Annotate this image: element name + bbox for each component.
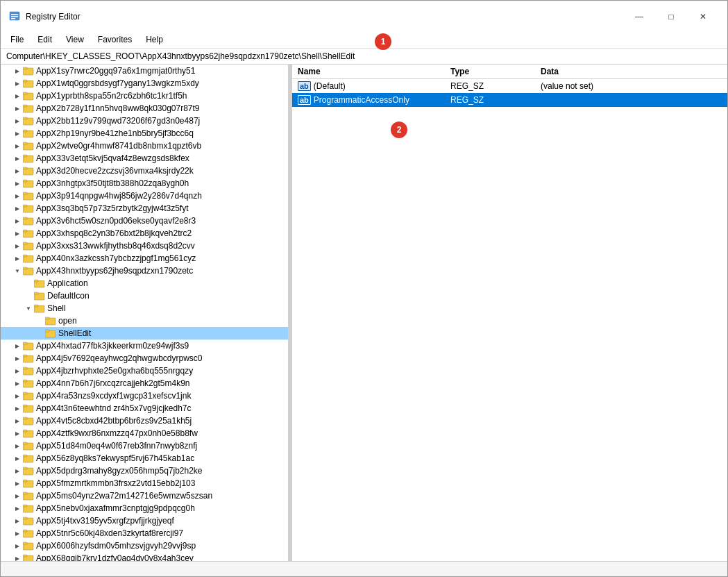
svg-rect-69 bbox=[23, 467, 27, 469]
tree-item-label: ShellEdit bbox=[58, 328, 91, 338]
menu-item-view[interactable]: View bbox=[59, 33, 91, 47]
tree-item[interactable]: AppX56z8yq8ks7ekwyspf5rvj67h45kab1ac bbox=[1, 452, 288, 465]
tree-item[interactable]: AppX3xhspq8c2yn3b76bxt2b8jkqveh2trc2 bbox=[1, 227, 288, 240]
address-bar[interactable]: Computer\HKEY_CLASSES_ROOT\AppX43hnxtbyy… bbox=[1, 49, 727, 65]
tree-item[interactable]: DefaultIcon bbox=[1, 290, 288, 302]
svg-rect-21 bbox=[23, 167, 27, 169]
folder-icon bbox=[23, 141, 34, 151]
tree-item-label: AppX4nn7b6h7j6rxcqzrcajjehk2gt5m4k9n bbox=[36, 378, 189, 388]
svg-rect-27 bbox=[23, 205, 27, 207]
menu-item-edit[interactable]: Edit bbox=[31, 33, 59, 47]
folder-icon bbox=[23, 166, 34, 176]
svg-rect-81 bbox=[23, 542, 27, 544]
tree-item[interactable]: ShellEdit bbox=[1, 327, 288, 340]
menu-item-favorites[interactable]: Favorites bbox=[91, 33, 139, 47]
folder-icon bbox=[34, 278, 45, 288]
tree-item[interactable]: AppX40nx3azkcssh7ybcbzzjpgf1mg561cyz bbox=[1, 252, 288, 265]
folder-icon bbox=[23, 266, 34, 276]
tree-item[interactable]: AppX4j5v7692qeayhwcg2qhwgwbcdyrpwsc0 bbox=[1, 352, 288, 365]
col-data-header: Data bbox=[541, 67, 722, 76]
tree-item[interactable]: AppX5dpdrg3mahy8gyzx056hmp5q7jb2h2ke bbox=[1, 465, 288, 477]
tree-item[interactable]: AppX68qqjb7krv1dzfy0aq4dv0v8x4ah3cey bbox=[1, 552, 288, 561]
tree-item[interactable]: AppX5tj4txv3195yv5xrgfzpvfjjrkgjyeqf bbox=[1, 515, 288, 527]
right-panel: Name Type Data ab(Default)REG_SZ(value n… bbox=[292, 65, 727, 561]
tree-item-label: AppX40nx3azkcssh7ybcbzzjpgf1mg561cyz bbox=[36, 253, 196, 263]
tree-item[interactable]: AppX3nhgtpx3f50tjt8tb388h02zqa8ygh0h bbox=[1, 177, 288, 190]
registry-editor-window: Registry Editor — □ ✕ FileEditViewFavori… bbox=[0, 0, 728, 577]
tree-item[interactable]: Shell bbox=[1, 302, 288, 315]
folder-icon bbox=[23, 191, 34, 201]
tree-item-label: AppX5ms04ynz2wa72m142716e5wmzw5szsan bbox=[36, 491, 212, 501]
tree-item[interactable]: AppX3xxs313wwkfjhythsb8q46xdsq8d2cvv bbox=[1, 240, 288, 252]
folder-icon bbox=[23, 516, 34, 526]
svg-rect-39 bbox=[34, 280, 38, 282]
svg-rect-11 bbox=[23, 105, 27, 107]
maximize-button[interactable]: □ bbox=[655, 6, 687, 27]
tree-item-label: AppX3v6hct5w0szn0pd06ekse0yqavf2e8r3 bbox=[36, 216, 196, 226]
close-button[interactable]: ✕ bbox=[687, 6, 719, 27]
registry-value-data: (value not set) bbox=[541, 81, 722, 91]
tree-item[interactable]: Application bbox=[1, 277, 288, 290]
folder-icon bbox=[23, 241, 34, 251]
registry-value-row[interactable]: ab(Default)REG_SZ(value not set) bbox=[292, 79, 727, 93]
tree-item[interactable]: AppX3sq3bq57p73z5rzbytk2gyjw4t3z5fyt bbox=[1, 202, 288, 215]
folder-icon bbox=[23, 66, 34, 76]
folder-icon bbox=[23, 391, 34, 401]
tree-item[interactable]: AppX4ra53nzs9xcdyxf1wgcp31xefscv1jnk bbox=[1, 390, 288, 402]
tree-item[interactable]: AppX1sy7rwrc20ggq97a6x1mgmjat0rthy51 bbox=[1, 65, 288, 77]
tree-item-label: AppX3d20hecve2zczsvj36vmxa4ksjrdy22k bbox=[36, 166, 194, 176]
tree-item-label: AppX2wtve0gr4hmwf8741db8nbmx1qpzt6vb bbox=[36, 141, 201, 151]
registry-value-row[interactable]: abProgrammaticAccessOnlyREG_SZ bbox=[292, 93, 727, 107]
tree-item[interactable]: AppX4t3n6teewhtnd zr4h5x7vg9jcjkedh7c bbox=[1, 402, 288, 415]
tree-item[interactable]: AppX2b728y1f1nn5hvq8ww8qk030g07r87t9 bbox=[1, 102, 288, 115]
tree-item-label: AppX56z8yq8ks7ekwyspf5rvj67h45kab1ac bbox=[36, 453, 194, 463]
svg-rect-9 bbox=[23, 92, 27, 94]
tree-item-label: AppX3nhgtpx3f50tjt8tb388h02zqa8ygh0h bbox=[36, 178, 189, 188]
menu-item-file[interactable]: File bbox=[3, 33, 31, 47]
tree-item[interactable]: AppX6006hzyfsdm0v5mhzsvjgvyh29vvj9sp bbox=[1, 540, 288, 552]
tree-item[interactable]: AppX5ms04ynz2wa72m142716e5wmzw5szsan bbox=[1, 490, 288, 502]
svg-rect-2 bbox=[11, 16, 18, 17]
tree-item[interactable]: AppX5tnr5c60kj48xden3zkyrtaf8rercji97 bbox=[1, 527, 288, 540]
tree-item[interactable]: AppX2bb11z9v799qwd73206f67gd3n0e487j bbox=[1, 115, 288, 127]
tree-item[interactable]: AppX51d84m0eq4w0f67reb3fnn7nwyb8znfj bbox=[1, 440, 288, 452]
menu-item-help[interactable]: Help bbox=[139, 33, 170, 47]
tree-item[interactable]: AppX4nn7b6h7j6rxcqzrcajjehk2gt5m4k9n bbox=[1, 377, 288, 390]
svg-rect-57 bbox=[23, 392, 27, 394]
tree-item[interactable]: AppX3p914qnpgw4hwj856jw2y286v7d4qnzh bbox=[1, 190, 288, 202]
tree-item[interactable]: AppX4jbzrhvphxte25e0gxha6bq555nrgqzy bbox=[1, 365, 288, 377]
folder-icon bbox=[23, 478, 34, 488]
folder-icon bbox=[23, 341, 34, 351]
tree-item[interactable]: AppX2hp19nyr9be41zhe1nb5bry5jf3bcc6q bbox=[1, 127, 288, 140]
tree-item-label: AppX4j5v7692qeayhwcg2qhwgwbcdyrpwsc0 bbox=[36, 353, 202, 363]
folder-icon bbox=[23, 528, 34, 538]
minimize-button[interactable]: — bbox=[623, 6, 655, 27]
tree-item[interactable]: AppX5nebv0xjaxafmmr3cnptgjg9pdpqcg0h bbox=[1, 502, 288, 515]
folder-icon bbox=[23, 91, 34, 101]
tree-item[interactable]: AppX33v3etqt5kvj5qvaf4z8ewzgsds8kfex bbox=[1, 152, 288, 165]
tree-item[interactable]: AppX4vt5c8cbxd42btbp6br6zs9v25a1kh5j bbox=[1, 415, 288, 427]
folder-icon bbox=[23, 441, 34, 451]
tree-item[interactable]: AppX4ztfk9wxr86nxmzzq47px0nh0e58b8fw bbox=[1, 427, 288, 440]
svg-rect-55 bbox=[23, 380, 27, 382]
tree-item-label: AppX5dpdrg3mahy8gyzx056hmp5q7jb2h2ke bbox=[36, 466, 203, 476]
tree-item[interactable]: AppX3d20hecve2zczsvj36vmxa4ksjrdy22k bbox=[1, 165, 288, 177]
tree-item-label: AppX43hnxtbyyps62jhe9sqpdzxn1790zetc bbox=[36, 266, 193, 276]
tree-item-label: AppX2hp19nyr9be41zhe1nb5bry5jf3bcc6q bbox=[36, 128, 194, 138]
reg-value-icon: ab bbox=[298, 81, 311, 91]
tree-item[interactable]: AppX4hxtad77fbk3jkkeerkrm0ze94wjf3s9 bbox=[1, 340, 288, 352]
folder-icon bbox=[23, 253, 34, 263]
svg-rect-15 bbox=[23, 130, 27, 132]
tree-item[interactable]: AppX2wtve0gr4hmwf8741db8nbmx1qpzt6vb bbox=[1, 140, 288, 152]
tree-item[interactable]: open bbox=[1, 315, 288, 327]
tree-item[interactable]: AppX1wtq0ggrsbdsygf7ygany13wgkzm5xdy bbox=[1, 77, 288, 90]
tree-item-label: AppX5nebv0xjaxafmmr3cnptgjg9pdpqcg0h bbox=[36, 503, 195, 513]
tree-panel[interactable]: AppX1sy7rwrc20ggq97a6x1mgmjat0rthy51 App… bbox=[1, 65, 289, 561]
tree-item-label: open bbox=[58, 316, 77, 326]
registry-value-name: abProgrammaticAccessOnly bbox=[298, 95, 450, 105]
tree-item[interactable]: AppX3v6hct5w0szn0pd06ekse0yqavf2e8r3 bbox=[1, 215, 288, 227]
tree-item[interactable]: AppX43hnxtbyyps62jhe9sqpdzxn1790zetc bbox=[1, 265, 288, 277]
svg-rect-35 bbox=[23, 255, 27, 257]
tree-item[interactable]: AppX5fmzmrtkmmbn3frsxz2vtd15ebb2j103 bbox=[1, 477, 288, 490]
tree-item[interactable]: AppX1yprbth8spa55n2rc6zbh6tc1kr1tf5h bbox=[1, 90, 288, 102]
